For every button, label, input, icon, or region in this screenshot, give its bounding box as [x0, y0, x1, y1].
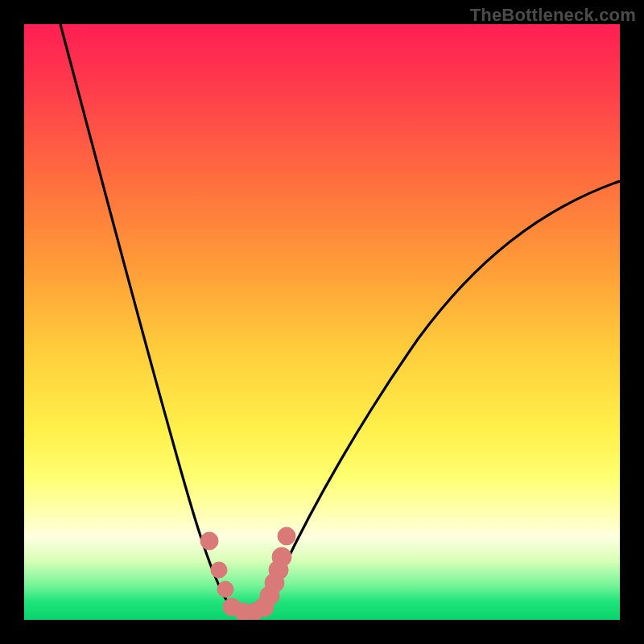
plot-area: [24, 24, 620, 620]
chart-frame: TheBottleneck.com: [0, 0, 644, 644]
svg-point-1: [211, 562, 227, 578]
watermark-text: TheBottleneck.com: [470, 5, 636, 26]
svg-point-10: [272, 547, 291, 567]
highlighted-range-markers: [200, 527, 295, 620]
bottleneck-curve: [60, 24, 620, 613]
svg-point-11: [278, 527, 295, 545]
bottleneck-curve-svg: [24, 24, 620, 620]
svg-point-2: [217, 581, 233, 597]
svg-point-0: [200, 532, 218, 550]
